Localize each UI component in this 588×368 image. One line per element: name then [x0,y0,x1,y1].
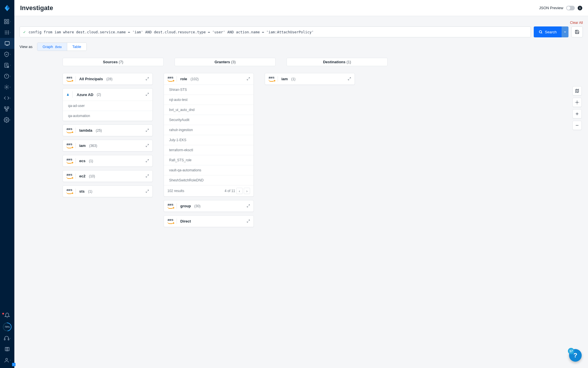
json-preview-toggle[interactable]: JSON Preview i [539,6,582,10]
brand-logo[interactable] [0,2,14,14]
card-sublist: qa-ad-userqa-automation [63,101,152,121]
svg-rect-13 [7,107,9,108]
destination-card[interactable]: awsiam (1) [265,73,355,85]
card-count: (28) [106,77,112,81]
topbar: Investigate JSON Preview i [14,0,588,16]
source-card[interactable]: awssts (1) [63,185,153,197]
nav-code[interactable]: › [0,93,14,103]
nav-profile[interactable]: › › [0,355,14,366]
aws-provider-icon: aws [66,189,76,194]
svg-point-5 [8,32,9,33]
svg-rect-7 [5,41,9,45]
nav-settings[interactable]: › [0,114,14,125]
expand-icon[interactable] [247,219,250,224]
json-preview-label: JSON Preview [539,6,563,10]
aws-provider-icon: aws [167,76,177,82]
expand-icon[interactable] [348,76,351,82]
granter-card[interactable]: awsDirect [164,215,254,227]
aws-provider-icon: aws [66,158,76,164]
svg-rect-0 [4,20,6,21]
list-item[interactable]: qa-automation [63,111,152,121]
source-card[interactable]: Azure AD (2)qa-ad-userqa-automation [63,88,153,121]
map-tool-zoom-out[interactable] [572,121,582,130]
nav-network[interactable]: › [0,103,14,114]
adoption-score-value: 78% [5,325,10,328]
help-button[interactable]: 17 ? [569,349,582,362]
list-item[interactable]: SheshSwitchRoleDND [164,175,254,185]
nav-alerts[interactable]: › [0,71,14,82]
list-item[interactable]: terraform-eksctl [164,145,254,155]
map-tool-recenter[interactable] [572,98,582,107]
results-count: 102 results [167,189,184,193]
list-item[interactable]: vault-qa-automations [164,165,254,175]
source-card[interactable]: awsAll Principals (28) [63,73,153,85]
nav-notifications[interactable] [0,310,14,321]
expand-icon[interactable] [146,128,149,133]
aws-provider-icon: aws [66,76,76,82]
adoption-score[interactable]: 78% [3,323,11,331]
destinations-column: awsiam (1) [265,73,355,227]
nav-docs[interactable] [0,344,14,355]
expand-icon[interactable] [247,76,250,82]
card-count: (1) [291,77,295,81]
left-nav-rail: › › › › › › › › › 78% › [0,0,14,368]
svg-point-18 [5,358,7,360]
nav-policies[interactable]: › [0,49,14,60]
map-tool-overview[interactable] [572,86,582,95]
svg-point-15 [6,119,7,121]
granters-column: awsrole (102)Shiran-STSrql-auto-testbvt_… [164,73,254,227]
nav-compliance[interactable]: › [0,60,14,71]
info-icon[interactable]: i [578,6,582,10]
nav-inventory[interactable]: › [0,27,14,38]
page-next-button[interactable]: › [244,188,250,194]
search-dropdown-button[interactable] [562,26,568,37]
toggle-switch[interactable] [566,6,575,10]
granter-card[interactable]: awsrole (102)Shiran-STSrql-auto-testbvt_… [164,73,254,197]
list-item[interactable]: Shiran-STS [164,85,254,95]
card-title: role [180,77,187,81]
nav-support[interactable]: › [0,333,14,344]
save-query-button[interactable] [571,26,583,37]
card-count: (1) [88,189,92,193]
granter-card[interactable]: awsgroup (30) [164,200,254,212]
source-card[interactable]: awsecs (1) [63,155,153,167]
expand-icon[interactable] [146,76,149,82]
list-item[interactable]: rql-auto-test [164,95,254,105]
list-item[interactable]: Rafi_STS_role [164,155,254,165]
column-header-sources: Sources (7) [63,58,164,66]
page-indicator: 4 of 11 [225,189,235,193]
azure-provider-icon [66,91,73,98]
aws-provider-icon: aws [167,203,177,209]
list-item[interactable]: rahulr-ingestion [164,125,254,135]
nav-investigate[interactable] [0,38,14,49]
expand-icon[interactable] [146,92,149,97]
expand-icon[interactable] [146,189,149,194]
search-button[interactable]: Search [534,26,562,37]
view-mode-table[interactable]: Table [67,43,86,51]
clear-all-link[interactable]: Clear All [20,21,583,25]
expand-icon[interactable] [247,204,250,209]
card-title: iam [79,143,86,148]
list-item[interactable]: qa-ad-user [63,101,152,111]
list-item[interactable]: bvt_ui_auto_dnd [164,105,254,115]
map-tool-zoom-in[interactable] [572,109,582,118]
query-input[interactable]: ✓ config from iam where dest.cloud.servi… [20,26,531,37]
svg-rect-12 [4,107,6,108]
card-count: (1) [89,159,93,163]
source-card[interactable]: awsec2 (10) [63,170,153,182]
card-title: group [180,204,191,208]
source-card[interactable]: awsiam (363) [63,140,153,152]
source-card[interactable]: awslambda (25) [63,124,153,136]
expand-icon[interactable] [146,158,149,164]
expand-icon[interactable] [146,143,149,148]
list-item[interactable]: July-1-EKS [164,135,254,145]
card-title: All Principals [79,77,103,81]
nav-compute[interactable]: › [0,82,14,93]
view-mode-graph[interactable]: Graph Beta [37,43,67,51]
aws-provider-icon: aws [167,218,177,224]
list-item[interactable]: SecurityAudit [164,115,254,125]
expand-icon[interactable] [146,174,149,179]
page-prev-button[interactable]: ‹ [236,188,243,194]
nav-dashboard[interactable]: › [0,16,14,27]
aws-provider-icon: aws [66,143,76,148]
